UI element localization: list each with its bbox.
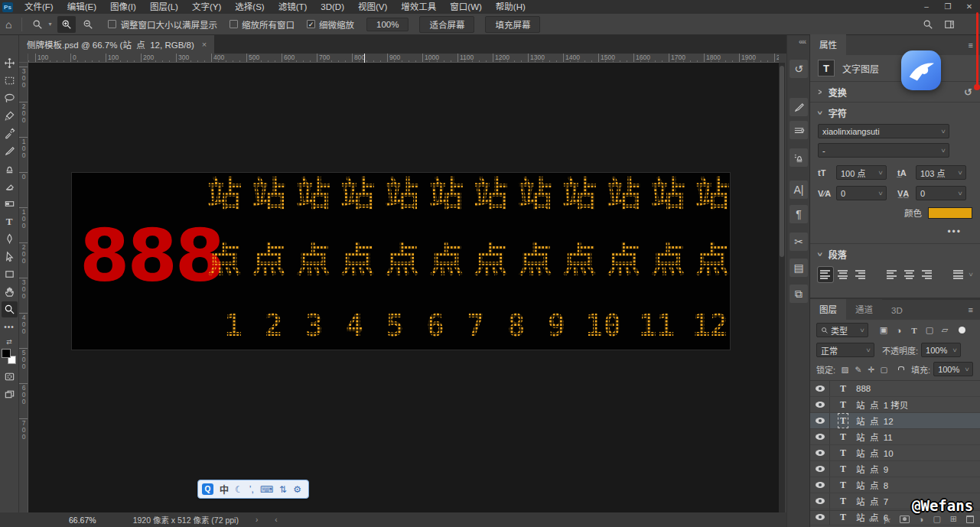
lock-pixels-icon[interactable]: ✎ <box>851 365 864 374</box>
visibility-eye-icon[interactable] <box>810 413 830 428</box>
menu-file[interactable]: 文件(F) <box>18 0 60 14</box>
align-center-button[interactable] <box>835 267 851 282</box>
text-layer-thumbnail[interactable]: T <box>830 480 856 491</box>
font-style-dropdown[interactable]: - > <box>818 143 949 158</box>
lasso-tool-icon[interactable] <box>2 90 18 106</box>
pen-tool-icon[interactable] <box>2 231 18 247</box>
zoom-in-button[interactable] <box>57 16 76 33</box>
restore-button[interactable]: ❐ <box>937 0 959 14</box>
ime-fullhalf-icon[interactable]: ☾ <box>235 484 243 495</box>
layer-name[interactable]: 站 点 7 <box>856 495 888 507</box>
menu-3d[interactable]: 3D(D) <box>314 0 351 14</box>
justify-last-right-button[interactable] <box>920 267 935 282</box>
minimize-button[interactable]: – <box>916 0 937 14</box>
zoom-100-button[interactable]: 100% <box>366 18 409 31</box>
menu-window[interactable]: 窗口(W) <box>443 0 489 14</box>
tab-3d[interactable]: 3D <box>882 302 912 320</box>
ime-settings-icon[interactable]: ⚙ <box>293 484 301 495</box>
menu-select[interactable]: 选择(S) <box>228 0 271 14</box>
menu-edit[interactable]: 编辑(E) <box>60 0 103 14</box>
marquee-tool-icon[interactable] <box>2 73 18 89</box>
thunder-bird-logo[interactable] <box>901 50 941 90</box>
font-size-dropdown[interactable]: 100 点 > <box>836 165 887 180</box>
lock-artboard-icon[interactable]: ▢ <box>877 365 890 374</box>
panel-menu-icon[interactable]: ≡ <box>969 41 974 50</box>
tracking-dropdown[interactable]: 0 > <box>916 186 966 200</box>
filter-type-layers-icon[interactable]: T <box>907 326 922 335</box>
text-layer-thumbnail[interactable]: T <box>830 415 856 427</box>
layer-row[interactable]: T 站 点 1 拷贝 <box>810 397 980 413</box>
brush-tool-icon[interactable] <box>2 143 18 159</box>
status-back-arrow[interactable]: ‹ <box>275 516 277 524</box>
font-family-dropdown[interactable]: xiaolinxiangsuti > <box>818 124 949 138</box>
zoom-out-button[interactable] <box>79 16 97 33</box>
adjustment-layer-icon[interactable]: ◑ <box>919 515 924 524</box>
visibility-eye-icon[interactable] <box>810 429 830 444</box>
reset-transform-icon[interactable]: ↺ <box>964 86 972 98</box>
edit-toolbar-icon[interactable]: ••• <box>2 319 18 335</box>
foreground-color-swatch[interactable] <box>2 349 11 358</box>
text-layer-thumbnail[interactable]: T <box>830 383 856 395</box>
move-tool-icon[interactable] <box>2 55 18 71</box>
layer-row-selected[interactable]: T 站 点 12 <box>810 413 980 429</box>
panel-menu-icon[interactable]: ≡ <box>969 305 974 314</box>
tab-layers[interactable]: 图层 <box>810 299 846 320</box>
layer-comps-panel-icon[interactable]: ⧉ <box>790 285 808 303</box>
kerning-dropdown[interactable]: 0 > <box>836 186 887 200</box>
menu-view[interactable]: 视图(V) <box>351 0 394 14</box>
ime-keyboard-icon[interactable]: ⌨ <box>260 484 273 495</box>
filter-pixel-layers-icon[interactable]: ▣ <box>876 325 891 335</box>
swap-colors-icon[interactable]: ⇄ <box>6 338 12 346</box>
layer-row[interactable]: T 888 <box>810 381 980 397</box>
filter-adjustment-layers-icon[interactable]: ◑ <box>891 326 907 335</box>
justify-last-left-button[interactable] <box>884 267 900 282</box>
quick-selection-tool-icon[interactable] <box>2 108 18 124</box>
justify-all-button[interactable] <box>951 267 966 282</box>
hand-tool-icon[interactable] <box>2 284 18 300</box>
align-left-button[interactable] <box>818 267 833 282</box>
layer-row[interactable]: T 站 点 9 <box>810 461 980 477</box>
visibility-eye-icon[interactable] <box>810 461 830 477</box>
visibility-eye-icon[interactable] <box>810 493 830 509</box>
layer-name[interactable]: 站 点 12 <box>856 415 894 427</box>
visibility-eye-icon[interactable] <box>810 477 830 493</box>
clone-stamp-tool-icon[interactable] <box>2 161 18 177</box>
text-layer-thumbnail[interactable]: T <box>830 464 856 475</box>
paragraph-panel-icon[interactable]: ¶ <box>790 205 808 223</box>
fill-dropdown[interactable]: 100% > <box>933 362 973 376</box>
zoom-all-windows-checkbox[interactable] <box>230 20 238 28</box>
workspace-switcher-icon[interactable] <box>940 16 959 33</box>
menu-plugins[interactable]: 增效工具 <box>394 0 443 14</box>
visibility-eye-icon[interactable] <box>810 381 830 396</box>
libraries-panel-icon[interactable]: ▤ <box>790 259 808 277</box>
text-layer-thumbnail[interactable]: T <box>830 447 856 459</box>
menu-image[interactable]: 图像(I) <box>103 0 143 14</box>
text-layer-thumbnail[interactable]: T <box>830 431 856 443</box>
transform-section-header[interactable]: > 变换 ↺ <box>810 82 980 102</box>
tab-channels[interactable]: 通道 <box>846 299 882 320</box>
text-layer-thumbnail[interactable]: T <box>830 399 856 411</box>
gradient-tool-icon[interactable] <box>2 196 18 212</box>
tool-presets-panel-icon[interactable]: ✂ <box>790 233 808 251</box>
align-right-button[interactable] <box>853 267 868 282</box>
status-zoom-level[interactable]: 66.67% <box>69 516 96 525</box>
visibility-eye-icon[interactable] <box>810 397 830 412</box>
eyedropper-tool-icon[interactable] <box>2 125 18 142</box>
ime-logo-icon[interactable]: Q <box>202 483 213 495</box>
blend-mode-dropdown[interactable]: 正常 > <box>816 343 874 357</box>
layer-row[interactable]: T 站 点 8 <box>810 477 980 493</box>
lock-transparency-icon[interactable]: ▨ <box>838 365 851 374</box>
filter-shape-layers-icon[interactable]: ▢ <box>922 325 937 335</box>
layer-row[interactable]: T 站 点 10 <box>810 445 980 461</box>
brushes-panel-icon[interactable] <box>790 121 808 139</box>
leading-dropdown[interactable]: 103 点 > <box>916 165 966 180</box>
ime-toolbar[interactable]: Q 中 ☾ ’, ⌨ ⇅ ⚙ <box>197 480 309 499</box>
add-mask-icon[interactable] <box>900 516 910 523</box>
layer-name[interactable]: 888 <box>856 384 871 393</box>
zoom-tool-icon[interactable] <box>28 16 47 33</box>
menu-type[interactable]: 文字(Y) <box>185 0 228 14</box>
layer-effects-icon[interactable]: fx <box>884 515 890 524</box>
filter-type-dropdown[interactable]: 类型 > <box>816 323 868 337</box>
home-icon[interactable]: ⌂ <box>0 18 17 31</box>
document-tab[interactable]: 侧牌模板.psd @ 66.7% (站 点 12, RGB/8) × <box>19 35 214 54</box>
